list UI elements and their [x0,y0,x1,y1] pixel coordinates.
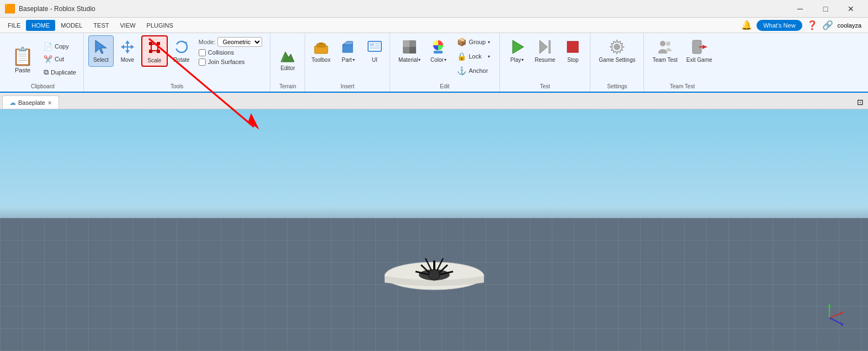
stop-button[interactable]: Stop [560,35,585,66]
tab-baseplate[interactable]: ☁ Baseplate ✕ [2,95,59,109]
whats-new-button[interactable]: What's New [757,20,802,31]
menu-test[interactable]: TEST [88,20,114,31]
rotate-button[interactable]: Rotate [169,35,194,67]
svg-point-29 [660,41,665,46]
play-button[interactable]: Play ▾ [504,35,530,66]
move-button[interactable]: Move [115,35,140,67]
edit-label: Edit [395,82,495,89]
part-dropdown-arrow: ▾ [353,57,355,62]
menu-view[interactable]: VIEW [114,20,141,31]
settings-group: Game Settings Settings [590,33,644,92]
copy-button[interactable]: 📄 Copy [41,41,79,52]
lock-icon: 🔒 [457,52,466,61]
svg-marker-12 [343,41,353,45]
mode-row: Mode: Geometric Surface [199,37,263,47]
sky [0,109,868,218]
team-test-button[interactable]: Team Test [648,35,681,66]
svg-point-44 [429,269,440,280]
exit-game-button[interactable]: Exit Game [683,35,716,66]
axes-indicator [813,301,846,334]
menu-plugins[interactable]: PLUGINS [141,20,179,31]
svg-rect-17 [375,45,380,46]
insert-group: Toolbox Part ▾ [305,33,390,92]
title-bar: 🟧 Baseplate - Roblox Studio ─ □ ✕ [0,0,868,18]
anchor-icon: ⚓ [457,66,466,75]
ui-button[interactable]: UI [362,35,387,66]
join-surfaces-checkbox[interactable]: Join Surfaces [199,59,263,66]
svg-point-28 [614,44,620,50]
color-dropdown-arrow: ▾ [444,57,446,62]
svg-rect-27 [567,41,578,52]
cut-button[interactable]: ✂️ Cut [41,54,79,65]
menu-model[interactable]: MODEL [55,20,88,31]
anchor-button[interactable]: ⚓ Anchor [452,64,495,77]
svg-rect-11 [343,45,353,52]
svg-rect-2 [157,42,160,45]
cut-icon: ✂️ [44,55,52,63]
team-test-icon [656,38,674,56]
minimize-button[interactable]: ─ [787,0,813,18]
duplicate-button[interactable]: ⧉ Duplicate [41,66,79,78]
tools-options: Mode: Geometric Surface Collisions Join … [195,35,266,67]
svg-point-30 [666,41,670,46]
group-lock-col: 📦 Group ▾ 🔒 Lock ▾ ⚓ Anchor [452,35,495,82]
svg-rect-3 [149,50,152,53]
terrain-group: Editor Terrain [270,33,305,92]
restore-icon[interactable]: ⊡ [857,98,864,107]
insert-label: Insert [340,82,354,89]
svg-marker-48 [828,304,831,307]
maximize-button[interactable]: □ [813,0,838,18]
mode-select[interactable]: Geometric Surface [217,37,262,47]
close-button[interactable]: ✕ [838,0,864,18]
scale-button[interactable]: Scale [141,35,168,67]
viewport[interactable] [0,109,868,351]
edit-group: Material ▾ Color [390,33,500,92]
svg-rect-20 [403,40,409,47]
header-right: 🔔 What's New ❓ 🔗 coolayza [737,20,866,31]
scale-icon [146,39,163,56]
play-dropdown-arrow: ▾ [521,57,524,62]
svg-rect-1 [149,42,152,45]
ui-icon [366,38,384,56]
color-icon [429,38,447,56]
team-test-label: Team Test [648,82,716,89]
svg-rect-10 [319,42,323,45]
clipboard-label: Clipboard [7,83,79,89]
terrain-label: Terrain [279,82,296,89]
resume-icon [536,38,554,56]
svg-rect-16 [375,43,380,44]
window-controls: ─ □ ✕ [787,0,864,18]
group-button[interactable]: 📦 Group ▾ [452,35,495,49]
material-button[interactable]: Material ▾ [395,35,425,82]
notifications-icon[interactable]: 🔔 [741,20,752,30]
menu-file[interactable]: FILE [2,20,26,31]
game-settings-icon [608,38,626,56]
svg-rect-18 [370,47,380,49]
select-icon [92,38,110,56]
part-button[interactable]: Part ▾ [336,35,361,66]
color-button[interactable]: Color ▾ [425,35,451,82]
tab-close-button[interactable]: ✕ [47,100,52,106]
share-icon[interactable]: 🔗 [822,20,833,30]
resume-button[interactable]: Resume [531,35,559,66]
svg-rect-26 [549,40,551,54]
window-title: Baseplate - Roblox Studio [19,5,787,13]
team-test-group: Team Test Exit Game Team Test [644,33,720,92]
tools-group: Select Move [84,33,271,92]
help-icon[interactable]: ❓ [807,20,818,30]
duplicate-icon: ⧉ [44,68,49,77]
game-settings-button[interactable]: Game Settings [595,35,639,66]
stop-icon [564,38,582,56]
group-icon: 📦 [457,38,466,46]
scene [0,109,868,351]
tab-baseplate-label: Baseplate [18,99,45,106]
collisions-checkbox[interactable]: Collisions [199,49,263,56]
lock-button[interactable]: 🔒 Lock ▾ [452,50,495,63]
toolbox-button[interactable]: Toolbox [307,35,334,66]
menu-home[interactable]: HOME [26,20,55,31]
select-button[interactable]: Select [88,35,114,67]
paste-button[interactable]: 📋 Paste [7,35,39,83]
editor-button[interactable]: Editor [275,44,300,74]
material-dropdown-arrow: ▾ [418,57,420,62]
rotate-icon [173,38,190,56]
